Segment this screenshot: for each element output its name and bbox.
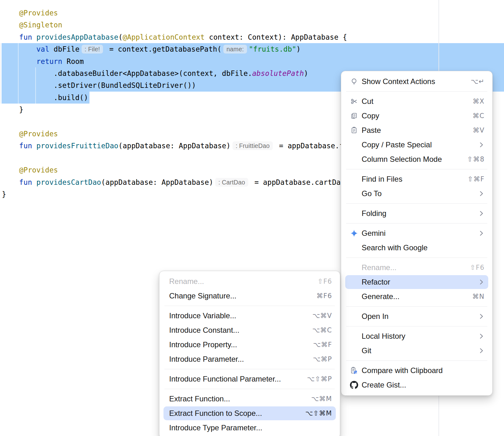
code-line-15: }	[2, 188, 6, 200]
menu-separator	[159, 303, 340, 309]
menu-item-introduce-parameter[interactable]: Introduce Parameter...⌥⌘P	[159, 352, 340, 366]
code-token: .databaseBuilder<AppDatabase>(context, d…	[54, 69, 252, 77]
menu-item-rename[interactable]: Rename...⇧F6	[341, 260, 492, 275]
code-line-11: fun providesFruittieDao(appDatabase: App…	[2, 140, 396, 152]
editor-context-menu: Show Context Actions⌥↵Cut⌘XCopy⌘CPaste⌘V…	[341, 71, 493, 396]
menu-item-local-history[interactable]: Local History	[341, 329, 492, 343]
menu-item-shortcut: ⌥⇧⌘P	[307, 375, 332, 383]
menu-item-folding[interactable]: Folding	[341, 206, 492, 221]
menu-item-shortcut: ⌘N	[472, 293, 484, 300]
code-line-6: .setDriver(BundledSQLiteDriver())	[2, 79, 196, 91]
code-line-13: @Provides	[2, 164, 58, 176]
icon-spacer	[350, 209, 358, 218]
menu-item-shortcut: ⌘X	[473, 98, 484, 105]
menu-item-git[interactable]: Git	[341, 343, 492, 358]
menu-separator	[341, 89, 492, 94]
code-token: (	[118, 33, 123, 41]
refactor-submenu: Rename...⇧F6Change Signature...⌘F6Introd…	[159, 271, 340, 436]
menu-item-label: Generate...	[362, 292, 399, 301]
submenu-chevron-icon	[480, 333, 483, 339]
code-token: fun	[19, 142, 37, 150]
menu-item-copy[interactable]: Copy⌘C	[341, 109, 492, 123]
code-token: Room	[66, 57, 84, 65]
submenu-chevron-icon	[480, 314, 483, 319]
menu-item-rename[interactable]: Rename...⇧F6	[159, 274, 340, 289]
menu-item-column-selection-mode[interactable]: Column Selection Mode⇧⌘8	[341, 152, 492, 167]
inlay-hint[interactable]: : FruittieDao	[232, 141, 273, 150]
menu-item-label: Introduce Variable...	[169, 311, 236, 320]
menu-item-shortcut: ⇧F6	[470, 264, 484, 271]
menu-separator	[341, 201, 492, 206]
code-token: fun	[19, 178, 37, 186]
menu-item-generate[interactable]: Generate...⌘N	[341, 289, 492, 304]
menu-item-label: Rename...	[362, 263, 397, 272]
menu-item-introduce-type-parameter[interactable]: Introduce Type Parameter...	[159, 421, 340, 435]
menu-item-introduce-property[interactable]: Introduce Property...⌥⌘F	[159, 337, 340, 352]
code-token: @Provides	[19, 166, 58, 174]
menu-item-shortcut: ⌥⌘M	[311, 395, 332, 403]
code-token: return	[37, 57, 67, 65]
menu-item-shortcut: ⌥⌘C	[312, 326, 332, 334]
menu-item-label: Cut	[362, 97, 373, 106]
icon-spacer	[350, 141, 358, 149]
menu-item-shortcut: ⌥⇧⌘M	[305, 410, 332, 417]
menu-item-label: Column Selection Mode	[362, 155, 442, 164]
menu-item-open-in[interactable]: Open In	[341, 309, 492, 324]
menu-separator	[159, 386, 340, 392]
menu-separator	[341, 358, 492, 363]
menu-item-create-gist[interactable]: Create Gist...	[341, 378, 492, 392]
menu-item-shortcut: ⌘C	[472, 112, 484, 120]
submenu-chevron-icon	[480, 279, 483, 285]
inlay-hint[interactable]: : CartDao	[215, 178, 248, 187]
code-line-1: @Singleton	[2, 19, 62, 31]
menu-item-gemini[interactable]: Gemini	[341, 226, 492, 241]
code-line-10: @Provides	[2, 128, 58, 140]
menu-item-go-to[interactable]: Go To	[341, 186, 492, 201]
icon-spacer	[350, 292, 358, 301]
lightbulb-icon	[350, 77, 358, 86]
code-token: "fruits.db"	[249, 45, 296, 53]
menu-item-label: Extract Function to Scope...	[169, 409, 262, 418]
menu-item-change-signature[interactable]: Change Signature...⌘F6	[159, 289, 340, 303]
menu-item-show-context-actions[interactable]: Show Context Actions⌥↵	[341, 74, 492, 89]
code-token: @Singleton	[19, 21, 62, 29]
inlay-hint[interactable]: : File!	[82, 45, 103, 54]
menu-item-label: Find in Files	[362, 175, 402, 184]
menu-item-paste[interactable]: Paste⌘V	[341, 123, 492, 138]
menu-item-label: Gemini	[362, 229, 386, 238]
menu-item-shortcut: ⇧⌘8	[467, 156, 484, 163]
menu-item-extract-function-to-scope[interactable]: Extract Function to Scope...⌥⇧⌘M	[159, 406, 340, 421]
code-token: }	[19, 105, 24, 114]
menu-item-compare-with-clipboard[interactable]: Compare with Clipboard	[341, 363, 492, 378]
menu-item-label: Paste	[362, 126, 381, 135]
menu-item-label: Extract Function...	[169, 394, 230, 403]
menu-item-search-with-google[interactable]: Search with Google	[341, 241, 492, 255]
menu-item-cut[interactable]: Cut⌘X	[341, 94, 492, 109]
code-token: = context.getDatabasePath(	[105, 45, 221, 53]
icon-spacer	[350, 347, 358, 355]
menu-item-introduce-functional-parameter[interactable]: Introduce Functional Parameter...⌥⇧⌘P	[159, 372, 340, 386]
code-line-14: fun providesCartDao(appDatabase: AppData…	[2, 176, 354, 188]
menu-item-refactor[interactable]: Refactor	[341, 275, 492, 289]
code-token: providesAppDatabase	[37, 33, 118, 41]
menu-item-copy-paste-special[interactable]: Copy / Paste Special	[341, 138, 492, 152]
copy-icon	[350, 112, 358, 120]
inlay-hint[interactable]: name:	[223, 45, 247, 54]
icon-spacer	[350, 263, 358, 272]
menu-item-introduce-constant[interactable]: Introduce Constant...⌥⌘C	[159, 323, 340, 337]
menu-item-label: Copy / Paste Special	[362, 140, 432, 149]
menu-item-label: Local History	[362, 332, 405, 341]
code-token: .setDriver(BundledSQLiteDriver())	[54, 81, 196, 89]
submenu-chevron-icon	[480, 142, 483, 148]
menu-item-label: Introduce Functional Parameter...	[169, 375, 281, 383]
menu-item-extract-function[interactable]: Extract Function...⌥⌘M	[159, 392, 340, 406]
code-token: fun	[19, 33, 37, 41]
menu-item-find-in-files[interactable]: Find in Files⇧⌘F	[341, 172, 492, 186]
menu-item-introduce-variable[interactable]: Introduce Variable...⌥⌘V	[159, 309, 340, 323]
menu-item-label: Introduce Property...	[169, 340, 237, 349]
github-icon	[350, 381, 358, 389]
gemini-icon	[350, 229, 358, 237]
diff-clipboard-icon	[350, 366, 358, 375]
icon-spacer	[350, 190, 358, 198]
code-token: (appDatabase: AppDatabase)	[118, 142, 231, 150]
